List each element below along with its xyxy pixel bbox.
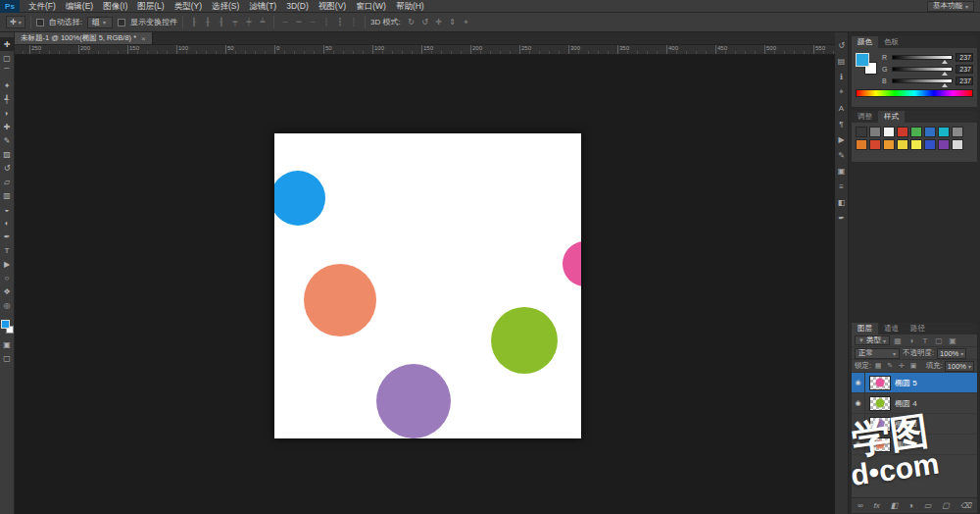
3d-drag-icon[interactable]: ✛ — [433, 17, 445, 28]
style-swatch[interactable] — [952, 139, 963, 150]
style-swatch[interactable] — [924, 139, 936, 150]
color-slider-track[interactable] — [892, 67, 953, 72]
distribute-left-icon[interactable]: ┆ — [320, 17, 332, 28]
clone-stamp-tool[interactable]: ▨ — [0, 147, 15, 161]
app-logo[interactable]: Ps — [0, 0, 20, 13]
layer-style-icon[interactable]: fx — [874, 501, 880, 510]
style-swatch[interactable] — [883, 139, 895, 150]
distribute-center-icon[interactable]: ┇ — [334, 17, 346, 28]
layer-name[interactable]: 椭圆 3 — [895, 419, 917, 430]
color-slider-track[interactable] — [892, 55, 953, 60]
layer-comps-panel-icon[interactable]: ≡ — [835, 180, 848, 192]
menu-item[interactable]: 选择(S) — [207, 0, 244, 13]
info-panel-icon[interactable]: ℹ — [835, 71, 848, 82]
document-tab[interactable]: 未标题-1 @ 100%(椭圆 5, RGB/8) * × — [15, 32, 153, 44]
filter-smart-objects-icon[interactable]: ▣ — [947, 334, 958, 346]
color-spectrum-ramp[interactable] — [856, 89, 973, 97]
align-middle-icon[interactable]: ┿ — [243, 17, 255, 28]
align-right-icon[interactable]: ┨ — [216, 17, 227, 28]
close-icon[interactable]: × — [141, 34, 146, 43]
layer-filter-select[interactable]: ▼ 类型 ▾ — [855, 335, 890, 345]
panel-tab[interactable]: 调整 — [852, 111, 878, 123]
foreground-color-swatch[interactable] — [856, 53, 869, 67]
auto-select-checkbox[interactable] — [36, 19, 44, 26]
history-panel-icon[interactable]: ↺ — [835, 39, 848, 51]
layer-thumbnail[interactable] — [869, 437, 891, 452]
layer-name[interactable]: 椭圆 2 — [895, 439, 917, 450]
fill-input[interactable]: 100% ▾ — [945, 361, 974, 372]
lock-pixels-icon[interactable]: ✎ — [885, 361, 895, 371]
eyedropper-tool[interactable]: ◗ — [0, 106, 15, 120]
crop-tool[interactable]: ╃ — [0, 92, 15, 106]
quick-mask-icon[interactable]: ▣ — [0, 337, 15, 351]
menu-item[interactable]: 帮助(H) — [391, 0, 429, 13]
blur-tool[interactable]: ◒ — [0, 202, 15, 216]
style-swatch[interactable] — [883, 127, 895, 137]
paths-panel-icon[interactable]: ✒ — [835, 212, 848, 224]
tool-preset-picker[interactable]: ✛ ▾ — [6, 16, 25, 28]
style-swatch[interactable] — [938, 139, 950, 150]
visibility-eye-icon[interactable]: ◉ — [852, 373, 865, 393]
new-layer-icon[interactable]: ▢ — [942, 501, 950, 510]
panel-tab[interactable]: 通道 — [878, 323, 905, 334]
filter-adjustment-layers-icon[interactable]: ◑ — [906, 334, 917, 346]
panel-tab[interactable]: 色板 — [878, 36, 905, 48]
panel-tab[interactable]: 图层 — [852, 323, 878, 334]
canvas-pasteboard[interactable] — [15, 55, 835, 514]
layer-name[interactable]: 椭圆 4 — [895, 398, 917, 409]
layer-row[interactable]: ◉ 椭圆 5 — [852, 373, 977, 393]
channels-panel-icon[interactable]: ◧ — [835, 196, 848, 208]
3d-roll-icon[interactable]: ↺ — [419, 17, 431, 28]
channel-value[interactable]: 237 — [956, 77, 973, 85]
document-canvas[interactable] — [274, 133, 581, 438]
history-brush-tool[interactable]: ↺ — [0, 161, 15, 175]
link-layers-icon[interactable]: ∞ — [858, 501, 863, 510]
menu-item[interactable]: 3D(D) — [281, 0, 314, 13]
3d-rotate-icon[interactable]: ↻ — [406, 17, 417, 28]
character-panel-icon[interactable]: A — [835, 102, 848, 114]
auto-select-dropdown[interactable]: 组 ▾ — [87, 17, 113, 28]
type-tool[interactable]: T — [0, 243, 15, 257]
layer-name[interactable]: 椭圆 5 — [895, 378, 917, 388]
distribute-middle-icon[interactable]: ┅ — [293, 17, 305, 28]
align-bottom-icon[interactable]: ┷ — [257, 17, 269, 28]
layer-row[interactable]: ◉ 椭圆 4 — [852, 393, 977, 414]
healing-brush-tool[interactable]: ✚ — [0, 120, 15, 133]
3d-scale-icon[interactable]: ⌖ — [461, 17, 472, 28]
paragraph-panel-icon[interactable]: ¶ — [835, 118, 848, 129]
style-swatch[interactable] — [910, 127, 922, 137]
quick-selection-tool[interactable]: ✦ — [0, 78, 15, 92]
style-swatch[interactable] — [869, 139, 881, 150]
eraser-tool[interactable]: ▱ — [0, 175, 15, 188]
color-slider-track[interactable] — [892, 78, 953, 83]
visibility-eye-icon[interactable]: ◉ — [852, 393, 865, 414]
menu-item[interactable]: 文件(F) — [24, 0, 61, 13]
blend-mode-select[interactable]: 正常 ▾ — [855, 348, 900, 359]
visibility-eye-icon[interactable]: ◉ — [852, 414, 865, 435]
menu-item[interactable]: 视图(V) — [314, 0, 351, 13]
lock-transparency-icon[interactable]: ▦ — [873, 361, 883, 371]
purple-circle[interactable] — [376, 364, 451, 438]
style-swatch[interactable] — [869, 127, 881, 137]
layer-thumbnail[interactable] — [869, 417, 891, 432]
distribute-right-icon[interactable]: ┊ — [348, 17, 360, 28]
layer-thumbnail[interactable] — [869, 376, 891, 390]
distribute-bottom-icon[interactable]: ┈ — [307, 17, 318, 28]
filter-pixel-layers-icon[interactable]: ▦ — [892, 334, 904, 346]
style-swatch[interactable] — [897, 139, 908, 150]
style-swatch[interactable] — [856, 127, 867, 137]
filter-shape-layers-icon[interactable]: ▢ — [933, 334, 945, 346]
style-swatch[interactable] — [924, 127, 936, 137]
new-group-icon[interactable]: ▭ — [924, 501, 932, 510]
path-selection-tool[interactable]: ▶ — [0, 257, 15, 271]
properties-panel-icon[interactable]: ▤ — [835, 55, 848, 67]
style-swatch[interactable] — [952, 127, 963, 137]
dodge-tool[interactable]: ◐ — [0, 216, 15, 230]
zoom-tool[interactable]: ◎ — [0, 298, 15, 312]
style-swatch[interactable] — [897, 127, 908, 137]
salmon-circle[interactable] — [304, 264, 376, 336]
brush-tool[interactable]: ✎ — [0, 133, 15, 147]
align-top-icon[interactable]: ┯ — [229, 17, 241, 28]
opacity-input[interactable]: 100% ▾ — [937, 348, 966, 359]
lock-position-icon[interactable]: ✛ — [897, 361, 906, 371]
